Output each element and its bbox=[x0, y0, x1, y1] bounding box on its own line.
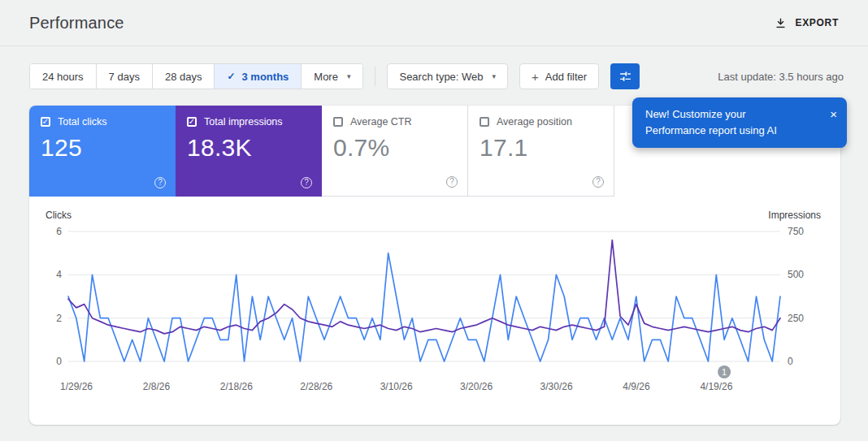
metric-total-impressions[interactable]: ✓ Total impressions 18.3K ? bbox=[176, 106, 322, 197]
close-icon[interactable]: × bbox=[830, 106, 837, 121]
checkbox-checked-icon[interactable]: ✓ bbox=[41, 117, 50, 127]
checkbox-checked-icon[interactable]: ✓ bbox=[187, 117, 197, 127]
search-type-dropdown[interactable]: Search type: Web ▾ bbox=[387, 63, 508, 89]
svg-text:1: 1 bbox=[722, 367, 727, 377]
svg-text:2/28/26: 2/28/26 bbox=[300, 381, 332, 392]
svg-text:4/9/26: 4/9/26 bbox=[623, 381, 650, 392]
range-24-hours[interactable]: 24 hours bbox=[30, 64, 96, 89]
ai-promo-popup: New! Customize your Performance report u… bbox=[632, 97, 847, 148]
page-title: Performance bbox=[29, 14, 124, 32]
range-more-dropdown[interactable]: More ▾ bbox=[301, 64, 362, 89]
svg-text:2/8/26: 2/8/26 bbox=[143, 381, 171, 392]
chart-section: Clicks Impressions 002250450067501/29/26… bbox=[29, 197, 840, 400]
promo-line-1: New! Customize your bbox=[645, 106, 777, 123]
range-28-days[interactable]: 28 days bbox=[152, 64, 215, 89]
help-icon[interactable]: ? bbox=[446, 176, 458, 188]
checkbox-unchecked-icon[interactable] bbox=[333, 117, 343, 127]
range-label: 7 days bbox=[109, 71, 140, 83]
plus-icon: + bbox=[532, 70, 539, 84]
performance-card: ✓ Total clicks 125 ? ✓ Total impressions… bbox=[29, 106, 840, 425]
chevron-down-icon: ▾ bbox=[347, 72, 351, 80]
range-label: 28 days bbox=[165, 71, 202, 83]
metric-label: Average CTR bbox=[350, 116, 412, 128]
date-range-group: 24 hours 7 days 28 days ✓ 3 months More … bbox=[29, 63, 363, 89]
chevron-down-icon: ▾ bbox=[493, 72, 497, 80]
metric-value: 125 bbox=[41, 134, 164, 162]
customize-report-button[interactable] bbox=[610, 63, 640, 89]
check-icon: ✓ bbox=[227, 71, 235, 82]
range-3-months[interactable]: ✓ 3 months bbox=[214, 64, 301, 89]
metric-label: Average position bbox=[497, 116, 572, 128]
metric-average-position[interactable]: Average position 17.1 ? bbox=[468, 106, 614, 197]
metric-header: ✓ Total impressions bbox=[187, 116, 310, 128]
metric-header: Average CTR bbox=[333, 116, 456, 128]
metric-value: 18.3K bbox=[187, 134, 310, 162]
svg-text:750: 750 bbox=[788, 226, 804, 237]
svg-text:0: 0 bbox=[788, 356, 793, 367]
filter-toolbar: 24 hours 7 days 28 days ✓ 3 months More … bbox=[29, 63, 844, 89]
svg-text:250: 250 bbox=[788, 313, 804, 324]
last-update-text: Last update: 3.5 hours ago bbox=[718, 71, 844, 83]
toolbar-divider bbox=[375, 67, 375, 86]
metric-value: 17.1 bbox=[480, 134, 602, 162]
search-type-label: Search type: Web bbox=[399, 71, 483, 83]
svg-text:4/19/26: 4/19/26 bbox=[700, 381, 732, 392]
help-icon[interactable]: ? bbox=[592, 176, 604, 188]
range-label: 3 months bbox=[242, 71, 289, 83]
download-icon bbox=[774, 16, 788, 30]
metric-header: ✓ Total clicks bbox=[41, 116, 164, 128]
svg-text:4: 4 bbox=[56, 269, 62, 280]
add-filter-label: Add filter bbox=[545, 71, 587, 83]
export-button[interactable]: EXPORT bbox=[769, 15, 844, 31]
help-icon[interactable]: ? bbox=[301, 177, 312, 188]
svg-text:1/29/26: 1/29/26 bbox=[60, 381, 93, 392]
performance-chart[interactable]: 002250450067501/29/262/8/262/18/262/28/2… bbox=[46, 223, 819, 400]
range-label: More bbox=[314, 71, 338, 83]
svg-text:0: 0 bbox=[56, 356, 62, 367]
checkbox-unchecked-icon[interactable] bbox=[480, 117, 489, 127]
svg-text:3/30/26: 3/30/26 bbox=[540, 381, 573, 392]
tune-icon bbox=[618, 70, 632, 84]
page-header: Performance EXPORT bbox=[0, 0, 868, 46]
metric-label: Total clicks bbox=[58, 116, 106, 128]
metric-total-clicks[interactable]: ✓ Total clicks 125 ? bbox=[29, 106, 176, 197]
range-7-days[interactable]: 7 days bbox=[96, 64, 152, 89]
chart-annotation-marker[interactable]: 1 bbox=[718, 365, 731, 378]
svg-text:6: 6 bbox=[56, 226, 62, 237]
metric-average-ctr[interactable]: Average CTR 0.7% ? bbox=[322, 106, 468, 197]
left-axis-title: Clicks bbox=[46, 210, 72, 221]
range-label: 24 hours bbox=[42, 71, 84, 83]
svg-text:500: 500 bbox=[788, 269, 804, 280]
svg-text:2: 2 bbox=[56, 313, 62, 324]
export-label: EXPORT bbox=[795, 17, 839, 28]
promo-text: New! Customize your Performance report u… bbox=[645, 106, 777, 139]
help-icon[interactable]: ? bbox=[154, 177, 166, 188]
metric-label: Total impressions bbox=[204, 116, 283, 128]
right-axis-title: Impressions bbox=[768, 210, 821, 221]
svg-text:3/20/26: 3/20/26 bbox=[460, 381, 493, 392]
add-filter-button[interactable]: + Add filter bbox=[519, 63, 599, 89]
svg-text:3/10/26: 3/10/26 bbox=[380, 381, 413, 392]
promo-line-2: Performance report using AI bbox=[645, 123, 777, 139]
svg-text:2/18/26: 2/18/26 bbox=[220, 381, 253, 392]
metric-header: Average position bbox=[480, 116, 602, 128]
axis-titles: Clicks Impressions bbox=[46, 210, 822, 223]
metric-value: 0.7% bbox=[333, 134, 456, 162]
